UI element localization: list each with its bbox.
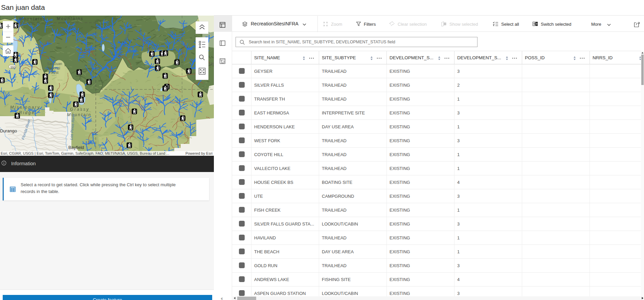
svg-text:Powered by Esri: Powered by Esri: [185, 151, 213, 155]
svg-text:Grassy: Grassy: [70, 107, 90, 112]
svg-text:Mountains: Mountains: [57, 16, 84, 21]
svg-text:Ridge: Ridge: [19, 110, 35, 115]
svg-text:Mountains: Mountains: [19, 17, 46, 21]
svg-text:Missionary: Missionary: [10, 105, 41, 110]
svg-text:128: 128: [208, 62, 214, 66]
svg-text:Bayfield: Bayfield: [68, 145, 84, 150]
svg-text:550: 550: [10, 66, 16, 69]
svg-text:Esri, CGIAR, USGS | Esri, TomT: Esri, CGIAR, USGS | Esri, TomTom, Garmin…: [1, 151, 169, 155]
svg-text:Durango: Durango: [0, 128, 17, 133]
svg-text:San Juan: San Juan: [47, 62, 62, 66]
svg-text:Forest: Forest: [48, 70, 59, 74]
svg-text:National: National: [47, 66, 60, 70]
svg-text:Mountain: Mountain: [67, 112, 91, 117]
